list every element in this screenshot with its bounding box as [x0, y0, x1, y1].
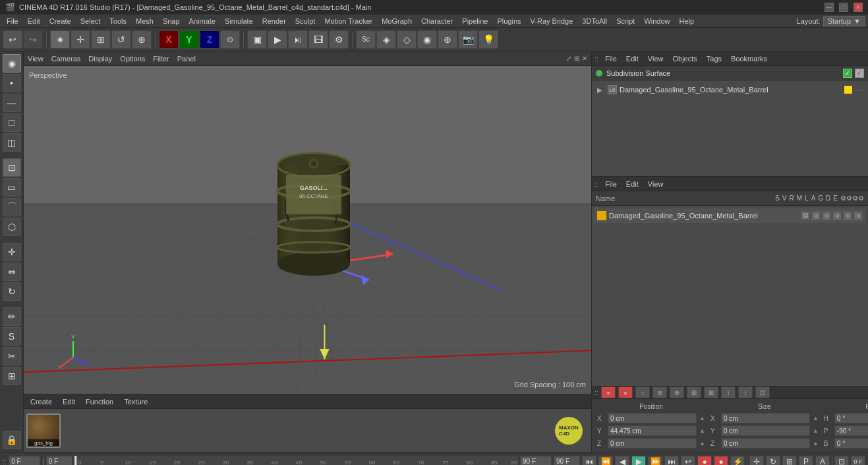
next-frame-button[interactable]: ⏩: [648, 456, 662, 466]
record-active-button[interactable]: ●: [697, 456, 712, 466]
render-active-button[interactable]: ▶: [268, 30, 287, 49]
menu-simulate[interactable]: Simulate: [221, 16, 257, 26]
z-axis-button[interactable]: Z: [200, 30, 219, 49]
move-tool-left-button[interactable]: ✛: [3, 243, 21, 261]
mat-create-button[interactable]: Create: [28, 397, 55, 406]
obj-edit-button[interactable]: Edit: [623, 54, 641, 63]
obj-bottom-file-button[interactable]: File: [602, 179, 620, 189]
coord-nav-button-3[interactable]: ⊞: [687, 387, 701, 398]
lock-button[interactable]: 🔒: [3, 431, 21, 449]
shading-button[interactable]: ◇: [397, 30, 417, 49]
obj-bottom-view-button[interactable]: View: [645, 179, 666, 189]
obj-item-barrel[interactable]: ▶ L0 Damaged_Gasoline_95_Octane_Metal_Ba…: [594, 83, 865, 96]
coord-nav-button-6[interactable]: ↕: [738, 387, 753, 398]
timeline-mode-button[interactable]: ⊡: [834, 456, 849, 466]
obj-bottom-item-barrel[interactable]: Damaged_Gasoline_95_Octane_Metal_Barrel …: [594, 208, 865, 223]
end-frame-input[interactable]: [520, 456, 552, 466]
play-button[interactable]: ▶: [631, 456, 646, 466]
menu-create[interactable]: Create: [45, 16, 75, 26]
auto-key-button[interactable]: ⚡: [730, 456, 745, 466]
pla-key-button[interactable]: A: [815, 456, 830, 466]
camera-button[interactable]: 📷: [458, 30, 478, 49]
size-z-arrow[interactable]: ▲: [813, 440, 819, 447]
viewport-view-menu[interactable]: View: [28, 55, 43, 63]
menu-vray[interactable]: V-Ray Bridge: [527, 16, 577, 26]
sculpt-button[interactable]: Sc: [356, 30, 376, 49]
obj-color-swatch[interactable]: [844, 86, 852, 94]
menu-edit[interactable]: Edit: [24, 16, 44, 26]
record-all-button[interactable]: ●: [714, 456, 728, 466]
mat-edit-button[interactable]: Edit: [60, 397, 78, 406]
rot-b-input[interactable]: [834, 438, 868, 449]
pen-tool-button[interactable]: ✏: [3, 307, 21, 326]
param-key-button[interactable]: P: [799, 456, 813, 466]
viewport-panel-menu[interactable]: Panel: [177, 55, 196, 63]
menu-pipeline[interactable]: Pipeline: [458, 16, 492, 26]
coord-gray-button-1[interactable]: ○: [635, 387, 650, 398]
size-z-input[interactable]: [721, 438, 810, 449]
menu-mograph[interactable]: MoGraph: [378, 16, 416, 26]
menu-sculpt[interactable]: Sculpt: [291, 16, 320, 26]
start-frame-input[interactable]: [46, 456, 72, 466]
model-mode-button[interactable]: ◉: [50, 30, 70, 49]
play-back-button[interactable]: ◀: [615, 456, 629, 466]
menu-render[interactable]: Render: [258, 16, 290, 26]
menu-motion-tracker[interactable]: Motion Tracker: [320, 16, 376, 26]
pos-z-arrow[interactable]: ▲: [699, 440, 705, 447]
filter-button[interactable]: ◉: [417, 30, 437, 49]
obj-check-green[interactable]: ✓: [843, 69, 852, 78]
menu-snap[interactable]: Snap: [159, 16, 184, 26]
coord-nav-button-4[interactable]: ⊞: [704, 387, 718, 398]
mat-texture-button[interactable]: Texture: [121, 397, 150, 406]
scale-tool-button[interactable]: ⊞: [91, 30, 111, 49]
viewport-filter-menu[interactable]: Filter: [153, 55, 169, 63]
viewport-options-menu[interactable]: Options: [120, 55, 145, 63]
world-coord-button[interactable]: ⊙: [220, 30, 240, 49]
obj-bookmarks-button[interactable]: Bookmarks: [728, 54, 770, 63]
coord-nav-button-2[interactable]: ⊕: [670, 387, 684, 398]
loop-button[interactable]: ↩: [681, 456, 695, 466]
menu-help[interactable]: Help: [676, 16, 699, 26]
pos-x-input[interactable]: [608, 413, 697, 423]
pos-x-arrow[interactable]: ▲: [699, 415, 705, 421]
pos-y-input[interactable]: [608, 425, 697, 436]
poly-mode-button[interactable]: □: [3, 113, 21, 132]
rotate-tool-button[interactable]: ↺: [111, 30, 131, 49]
pos-z-input[interactable]: [608, 438, 697, 449]
rot-h-input[interactable]: [834, 413, 868, 423]
obj-icon-5[interactable]: ⚙: [843, 211, 852, 220]
menu-character[interactable]: Character: [417, 16, 457, 26]
menu-script[interactable]: Script: [612, 16, 639, 26]
coord-red-button-1[interactable]: ●: [601, 387, 616, 398]
x-axis-button[interactable]: X: [159, 30, 179, 49]
mesh-tool-button[interactable]: ⊞: [3, 367, 21, 385]
material-gas-big[interactable]: gas_big: [26, 414, 61, 448]
render-vp-button[interactable]: ⏯: [288, 30, 308, 49]
render-region-button[interactable]: ▣: [247, 30, 267, 49]
scale-key-button[interactable]: ⊞: [782, 456, 797, 466]
size-x-input[interactable]: [721, 413, 810, 423]
scale-tool-left-button[interactable]: ⇔: [3, 263, 21, 281]
knife-tool-button[interactable]: ✂: [3, 347, 21, 365]
obj-icon-6[interactable]: ⚙: [854, 211, 863, 220]
menu-window[interactable]: Window: [640, 16, 674, 26]
menu-plugins[interactable]: Plugins: [493, 16, 525, 26]
object-mode-button[interactable]: ◉: [3, 54, 21, 73]
display-mode-button[interactable]: ◈: [376, 30, 396, 49]
uv-mode-button[interactable]: ◫: [3, 133, 21, 152]
obj-objects-button[interactable]: Objects: [670, 54, 699, 63]
edge-mode-button[interactable]: —: [3, 94, 21, 112]
lasso-sel-button[interactable]: ⌒: [3, 198, 21, 216]
transform-tool-button[interactable]: ⊕: [132, 30, 152, 49]
coord-nav-button-7[interactable]: ⊡: [755, 387, 770, 398]
mat-function-button[interactable]: Function: [83, 397, 116, 406]
max-frame-input[interactable]: [554, 456, 580, 466]
point-mode-button[interactable]: •: [3, 74, 21, 92]
menu-3dtoall[interactable]: 3DToAll: [578, 16, 611, 26]
size-y-input[interactable]: [721, 425, 810, 436]
menu-select[interactable]: Select: [76, 16, 105, 26]
rotate-tool-left-button[interactable]: ↻: [3, 282, 21, 301]
viewport-layout-button[interactable]: ⊞: [574, 55, 579, 62]
coord-nav-button-1[interactable]: ⊕: [652, 387, 667, 398]
current-frame-input[interactable]: [9, 456, 40, 466]
